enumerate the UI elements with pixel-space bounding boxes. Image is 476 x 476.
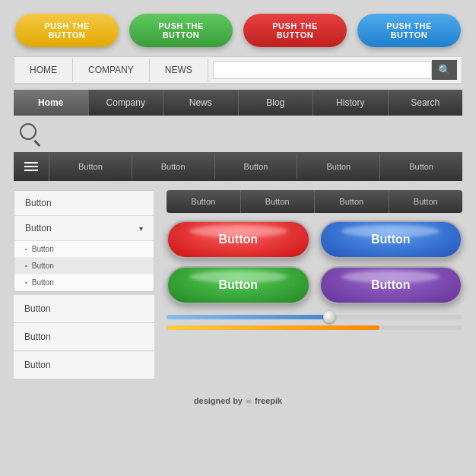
pill-yellow-button[interactable]: PUSH THE BUTTON xyxy=(15,14,119,47)
light-nav-search-input[interactable] xyxy=(213,61,432,79)
dark-tab-1[interactable]: Button xyxy=(167,190,241,213)
dark-nav-blog[interactable]: Blog xyxy=(239,90,314,116)
dark-nav-company[interactable]: Company xyxy=(89,90,164,116)
list-subitem-3[interactable]: Button xyxy=(14,274,154,291)
glossy-red-button[interactable]: Button xyxy=(167,221,310,259)
list-box-1: Button Button Button Button Button xyxy=(14,190,154,292)
dark-nav-news[interactable]: News xyxy=(163,90,239,116)
ham-button-3[interactable]: Button xyxy=(215,154,298,179)
search-icon[interactable] xyxy=(20,123,36,143)
glossy-green-button[interactable]: Button xyxy=(167,266,310,304)
ham-button-1[interactable]: Button xyxy=(49,154,132,179)
dark-nav-search[interactable]: Search xyxy=(389,90,463,116)
dark-nav-history[interactable]: History xyxy=(313,90,389,116)
plain-btn-3[interactable]: Button xyxy=(14,351,154,379)
dark-nav-bar: Home Company News Blog History Search xyxy=(14,90,462,116)
hamburger-bar: Button Button Button Button Button xyxy=(14,152,462,181)
list-button-2-dropdown[interactable]: Button xyxy=(14,216,154,241)
bottom-area: Button Button Button Button Button Butto… xyxy=(0,181,476,389)
dark-nav-home[interactable]: Home xyxy=(14,90,89,116)
glossy-row-1: Button Button xyxy=(167,221,462,259)
light-nav-search-button[interactable]: 🔍 xyxy=(432,60,457,80)
ham-button-2[interactable]: Button xyxy=(132,154,215,179)
ham-button-5[interactable]: Button xyxy=(380,154,462,179)
glossy-row-2: Button Button xyxy=(167,266,462,304)
footer: designed by ☠ freepik xyxy=(0,389,476,411)
slider-track-orange[interactable] xyxy=(167,325,462,330)
light-nav-home[interactable]: HOME xyxy=(14,59,73,81)
pill-green-button[interactable]: PUSH THE BUTTON xyxy=(129,14,233,47)
ham-button-4[interactable]: Button xyxy=(297,154,380,179)
slider-fill-blue xyxy=(167,315,329,319)
plain-btn-1[interactable]: Button xyxy=(14,295,154,323)
glossy-blue-button[interactable]: Button xyxy=(319,221,463,259)
pill-red-button[interactable]: PUSH THE BUTTON xyxy=(243,14,347,47)
glossy-purple-button[interactable]: Button xyxy=(319,266,463,304)
slider-thumb-blue[interactable] xyxy=(323,311,335,323)
list-subitem-1[interactable]: Button xyxy=(14,241,154,258)
slider-track-blue[interactable] xyxy=(167,315,462,319)
list-button-1[interactable]: Button xyxy=(14,191,154,216)
light-nav-company[interactable]: COMPANY xyxy=(73,59,150,81)
dark-tab-3[interactable]: Button xyxy=(315,190,389,213)
left-column: Button Button Button Button Button Butto… xyxy=(14,190,154,379)
dark-tab-row: Button Button Button Button xyxy=(167,190,462,213)
search-icon-area xyxy=(0,116,476,146)
light-nav-search-area: 🔍 xyxy=(208,57,462,83)
light-nav-news[interactable]: NEWS xyxy=(150,59,208,81)
pill-buttons-row: PUSH THE BUTTON PUSH THE BUTTON PUSH THE… xyxy=(0,0,476,56)
dark-tab-4[interactable]: Button xyxy=(389,190,463,213)
right-column: Button Button Button Button Button Butto… xyxy=(167,190,462,379)
slider-area xyxy=(167,312,462,333)
footer-brand: freepik xyxy=(255,396,282,405)
plain-btn-2[interactable]: Button xyxy=(14,323,154,351)
pill-blue-button[interactable]: PUSH THE BUTTON xyxy=(357,14,461,47)
slider-fill-orange xyxy=(167,325,379,330)
footer-text: designed by xyxy=(194,396,243,405)
light-nav-bar: HOME COMPANY NEWS 🔍 xyxy=(14,56,462,84)
dark-tab-2[interactable]: Button xyxy=(241,190,316,213)
hamburger-icon[interactable] xyxy=(14,152,49,181)
list-subitem-2[interactable]: Button xyxy=(14,258,154,274)
